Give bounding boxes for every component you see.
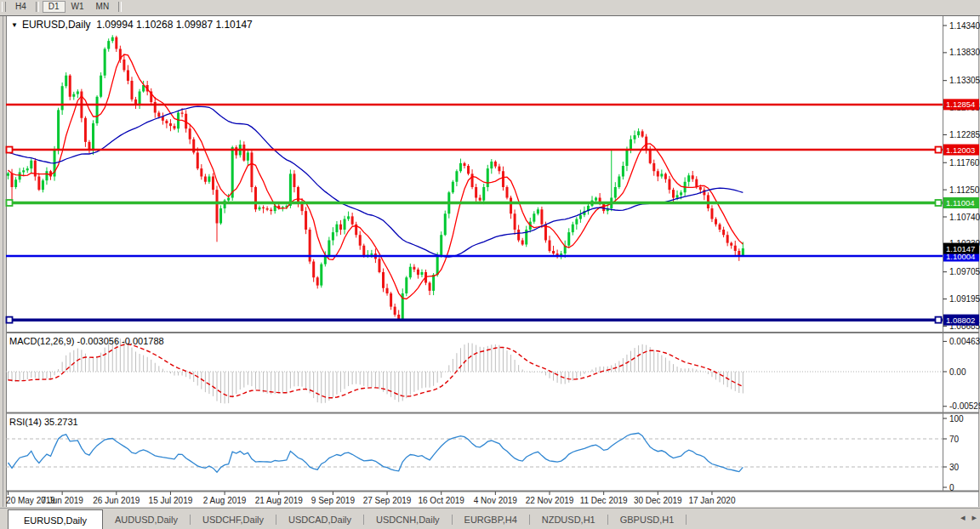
price-badge-label: 1.10147: [946, 244, 975, 253]
level-handle[interactable]: [936, 200, 942, 206]
tab-audusd[interactable]: AUDUSD,Daily: [103, 509, 190, 529]
toolbar-separator: [118, 2, 122, 12]
tab-scroll-left-icon[interactable]: ◂: [960, 512, 966, 523]
date-tick-label: 21 Aug 2019: [255, 496, 304, 505]
timeframe-button-d1[interactable]: D1: [43, 1, 66, 13]
price-badge-label: 1.08802: [946, 316, 975, 325]
price-tick-label: 1.12285: [949, 130, 980, 139]
price-badge-label: 1.12003: [946, 145, 975, 155]
date-tick-label: 4 Nov 2019: [474, 496, 518, 505]
symbol-tabbar: EURUSD,DailyAUDUSD,DailyUSDCHF,DailyUSDC…: [0, 508, 980, 529]
timeframe-button-h4[interactable]: H4: [9, 1, 32, 13]
tab-scroll-arrows: ◂ ▸: [960, 512, 977, 523]
timeframe-button-w1[interactable]: W1: [66, 1, 90, 13]
date-tick-label: 11 Dec 2019: [580, 496, 628, 505]
timeframe-button-mn[interactable]: MN: [90, 1, 116, 13]
level-handle[interactable]: [936, 317, 942, 323]
timeframe-buttons: H4D1W1MN: [9, 1, 125, 13]
rsi-tick-label: 70: [949, 435, 960, 444]
date-tick-label: 9 Sep 2019: [311, 496, 356, 505]
date-tick-label: 30 Dec 2019: [634, 496, 682, 505]
price-tick-label: 1.13305: [949, 76, 980, 85]
tab-usdchf[interactable]: USDCHF,Daily: [191, 509, 276, 529]
level-handle[interactable]: [7, 317, 13, 323]
date-tick-label: 16 Oct 2019: [418, 496, 464, 505]
date-tick-label: 17 Jan 2020: [688, 496, 735, 505]
price-tick-label: 1.09705: [949, 267, 980, 276]
date-tick-label: 15 Jul 2019: [149, 496, 193, 505]
symbol-tabs: EURUSD,DailyAUDUSD,DailyUSDCHF,DailyUSDC…: [0, 509, 687, 529]
date-tick-label: 7 Jun 2019: [41, 496, 83, 505]
chart-window[interactable]: 1.143401.138301.133051.127951.122851.117…: [0, 14, 980, 508]
tab-separator: [686, 515, 687, 525]
level-handle[interactable]: [7, 200, 13, 206]
rsi-tick-label: 0: [949, 483, 954, 492]
toolbar-separator: [36, 2, 39, 12]
tab-scroll-right-icon[interactable]: ▸: [971, 512, 977, 523]
rsi-tick-label: 30: [949, 463, 960, 472]
macd-tick-label: 0.00: [949, 367, 966, 377]
date-tick-label: 2 Aug 2019: [203, 496, 247, 505]
rsi-tick-label: 100: [949, 414, 964, 424]
price-badge-label: 1.12854: [946, 100, 975, 109]
date-tick-label: 22 Nov 2019: [526, 496, 574, 505]
date-tick-label: 26 Jun 2019: [93, 496, 140, 505]
tab-gbpusd[interactable]: GBPUSD,H1: [608, 509, 687, 529]
tab-eurusd[interactable]: EURUSD,Daily: [8, 509, 103, 529]
date-tick-label: 27 Sep 2019: [363, 496, 412, 505]
level-handle[interactable]: [7, 147, 13, 153]
tab-eurgbp[interactable]: EURGBP,H4: [453, 509, 529, 529]
tab-usdcnh[interactable]: USDCNH,Daily: [364, 509, 452, 529]
tab-usdcad[interactable]: USDCAD,Daily: [276, 509, 363, 529]
timeframe-toolbar: H4D1W1MN: [0, 0, 980, 14]
price-badge-label: 1.11004: [946, 198, 975, 208]
price-tick-label: 1.10740: [949, 213, 980, 222]
price-tick-label: 1.14340: [949, 21, 980, 31]
price-tick-label: 1.09195: [949, 294, 980, 304]
price-tick-label: 1.11760: [949, 158, 980, 168]
macd-tick-label: -0.005299: [949, 401, 980, 411]
macd-tick-label: 0.00463: [949, 337, 980, 346]
tab-nzdusd[interactable]: NZDUSD,H1: [530, 509, 607, 529]
level-handle[interactable]: [936, 147, 942, 153]
toolbar-grip-icon: [2, 2, 6, 12]
price-tick-label: 1.13830: [949, 48, 980, 57]
price-tick-label: 1.11250: [949, 185, 980, 195]
